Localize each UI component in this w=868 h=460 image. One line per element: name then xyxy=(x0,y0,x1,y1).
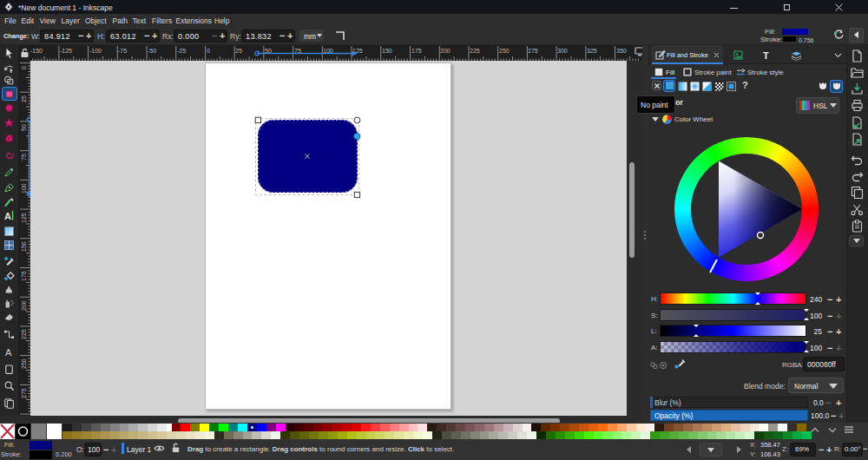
svg-text:A: A xyxy=(4,211,11,221)
svg-text:A: A xyxy=(5,346,12,357)
